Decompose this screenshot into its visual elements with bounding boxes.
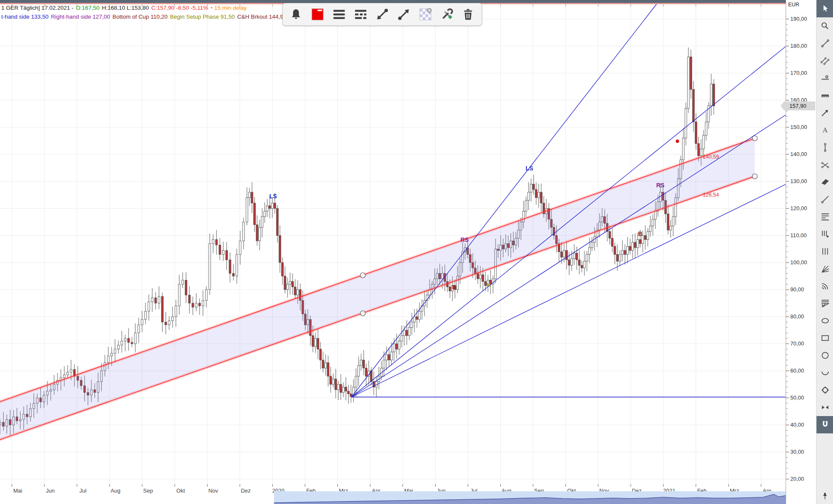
tool-trendline-icon[interactable] — [817, 35, 833, 52]
header-text-segment: t-hand side 133,50 — [1, 14, 50, 20]
candle — [322, 360, 324, 368]
tool-fan-lines-icon[interactable] — [817, 260, 833, 277]
header-text-segment: O:167,50 — [76, 5, 100, 11]
candle — [685, 108, 687, 138]
candle — [617, 255, 619, 261]
candle — [246, 197, 248, 222]
dashed-bars-icon[interactable] — [351, 5, 370, 24]
pattern-label-rs: RS — [656, 182, 664, 189]
candle — [672, 216, 674, 226]
tool-rectangle-icon[interactable] — [817, 329, 833, 347]
checker-icon[interactable] — [416, 5, 435, 24]
tool-ellipse-icon[interactable] — [817, 312, 833, 329]
tool-fib-point-icon[interactable] — [817, 225, 833, 243]
tool-flip-icon[interactable] — [817, 399, 833, 416]
candle — [713, 84, 715, 106]
candle — [209, 244, 211, 290]
candle — [682, 138, 685, 160]
price-chart-canvas[interactable]: 140,59126,54LSLSRSRSBBK — [0, 0, 786, 484]
tool-magnet-icon[interactable] — [817, 416, 833, 433]
candle — [236, 255, 238, 276]
volume-navigator[interactable] — [0, 491, 786, 504]
tool-speed-lines-icon[interactable] — [817, 295, 833, 312]
candle — [199, 303, 201, 306]
candle — [619, 255, 621, 261]
candle — [609, 231, 611, 238]
candle — [337, 384, 340, 390]
candle-red-icon[interactable] — [308, 5, 327, 24]
candle — [114, 349, 116, 353]
candle — [710, 84, 712, 106]
chart-area[interactable]: 140,59126,54LSLSRSRSBBK — [0, 0, 786, 484]
candle — [578, 260, 581, 266]
price-axis[interactable]: EUR 157,90 190,00180,00170,00160,00150,0… — [786, 0, 817, 504]
price-label: 120,00 — [790, 205, 807, 211]
price-label: 190,00 — [790, 16, 807, 22]
candle — [485, 282, 487, 286]
tool-arcs-icon[interactable] — [817, 277, 833, 295]
tool-channel-filled-icon[interactable] — [817, 173, 833, 191]
candle — [259, 227, 261, 241]
candle — [320, 349, 322, 360]
header-text-segment: Bottom of Cup 110,20 — [112, 14, 169, 20]
tool-arrow-ne-icon[interactable] — [817, 104, 833, 121]
arrow-ne2-icon[interactable] — [395, 5, 413, 24]
tools-icon[interactable] — [438, 5, 456, 24]
window-top-strip — [0, 0, 833, 3]
candle — [155, 298, 157, 303]
candle — [571, 258, 573, 265]
tool-text-icon[interactable] — [817, 121, 833, 139]
pattern-label-k: K — [487, 282, 491, 288]
arrow-sw-icon[interactable] — [373, 5, 392, 24]
channel-handle[interactable] — [360, 273, 365, 278]
candle — [398, 341, 400, 349]
candle — [528, 192, 530, 200]
pin-sidebar-button[interactable] — [819, 490, 831, 503]
tool-arc-icon[interactable] — [817, 364, 833, 381]
tool-target-icon[interactable] — [817, 381, 833, 399]
last-price-tag: 157,90 — [781, 101, 815, 110]
tool-zoom-icon[interactable] — [817, 17, 833, 35]
candle — [525, 200, 527, 211]
header-text-segment: 1 GER Täglich] 17.02.2021 - — [1, 5, 75, 11]
candle — [414, 317, 416, 322]
candle — [266, 206, 269, 211]
price-label: 140,00 — [790, 151, 807, 157]
candle — [297, 290, 299, 295]
fan-lines[interactable] — [351, 3, 786, 397]
candle — [411, 322, 413, 328]
channel-value-label: 140,59 — [703, 154, 719, 160]
candle — [124, 338, 126, 341]
candle — [563, 250, 565, 257]
candle — [363, 360, 365, 368]
candle — [264, 211, 266, 216]
tool-fib-icon[interactable] — [817, 208, 833, 225]
tool-hline-circle-icon[interactable] — [817, 69, 833, 87]
candle — [67, 372, 69, 375]
tool-pitchfork-icon[interactable] — [817, 156, 833, 173]
candle — [393, 344, 395, 352]
bell-icon[interactable] — [287, 5, 305, 24]
price-label: 70,00 — [790, 340, 804, 347]
trash-icon[interactable] — [459, 5, 477, 24]
candle — [289, 282, 291, 284]
tool-time-lines-icon[interactable] — [817, 243, 833, 260]
candle — [277, 208, 279, 236]
tool-vline-icon[interactable] — [817, 139, 833, 156]
candle — [403, 330, 406, 336]
channel-handle[interactable] — [752, 174, 757, 179]
candle — [271, 203, 274, 208]
price-label: 40,00 — [790, 422, 804, 428]
tool-circle-icon[interactable] — [817, 347, 833, 364]
candle — [158, 296, 160, 303]
candle — [249, 192, 251, 198]
tool-parallel-icon[interactable] — [817, 52, 833, 69]
candle — [172, 317, 174, 321]
tool-cursor-icon[interactable] — [817, 0, 833, 17]
tool-ray-icon[interactable] — [817, 191, 833, 208]
price-label: 50,00 — [790, 394, 804, 401]
channel-handle[interactable] — [360, 311, 365, 316]
bars-icon[interactable] — [330, 5, 348, 24]
tool-ruler-icon[interactable] — [817, 87, 833, 104]
candle — [348, 391, 350, 394]
